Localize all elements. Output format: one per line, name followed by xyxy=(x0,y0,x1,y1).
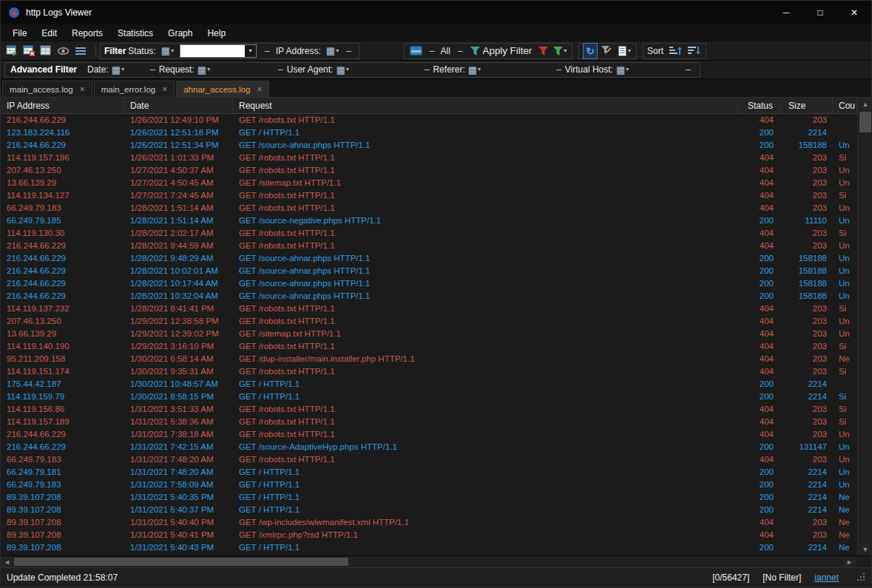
menu-reports[interactable]: Reports xyxy=(64,26,110,41)
column-header-country[interactable]: Cou xyxy=(833,98,857,113)
date-grid-picker-icon[interactable]: ▦▾ xyxy=(110,62,126,77)
status-filter-input[interactable] xyxy=(180,45,245,57)
table-row[interactable]: 216.244.66.2291/26/2021 12:51:34 PMGET /… xyxy=(1,139,857,152)
tab-ahnar_access.log[interactable]: ahnar_access.log× xyxy=(176,81,269,97)
table-row[interactable]: 66.249.79.1831/31/2021 7:58:09 AMGET / H… xyxy=(1,479,857,491)
table-row[interactable]: 114.119.157.1891/31/2021 5:38:36 AMGET /… xyxy=(1,416,857,428)
maximize-button[interactable]: □ xyxy=(803,1,837,24)
saved-filter-funnel-icon[interactable]: ▾ xyxy=(552,44,568,58)
cell-ip: 216.244.66.229 xyxy=(1,252,124,265)
table-row[interactable]: 66.249.79.1811/31/2021 7:48:20 AMGET / H… xyxy=(1,466,857,479)
cell-status: 200 xyxy=(738,214,780,227)
request-grid-picker-icon[interactable]: ▦▾ xyxy=(196,62,212,77)
table-row[interactable]: 114.119.137.2321/28/2021 8:41:41 PMGET /… xyxy=(1,303,857,315)
cell-request: GET /robots.txt HTTP/1.1 xyxy=(233,240,738,252)
table-row[interactable]: 207.46.13.2501/29/2021 12:38:58 PMGET /r… xyxy=(1,315,857,328)
clear-filter-funnel-icon[interactable] xyxy=(537,44,550,58)
saved-filters-document-icon[interactable]: ▾ xyxy=(616,44,632,58)
table-row[interactable]: 123.183.224.1161/26/2021 12:51:18 PMGET … xyxy=(1,126,857,139)
column-header-status[interactable]: Status xyxy=(738,98,780,113)
apply-filter-button[interactable]: Apply Filter xyxy=(469,44,535,58)
table-row[interactable]: 216.244.66.2291/31/2021 7:38:18 AMGET /r… xyxy=(1,428,857,441)
list-lines-icon[interactable] xyxy=(73,44,88,58)
table-row[interactable]: 114.119.157.1961/26/2021 1:01:33 PMGET /… xyxy=(1,152,857,164)
table-row[interactable]: 207.46.13.2501/27/2021 4:50:37 AMGET /ro… xyxy=(1,164,857,177)
sort-descending-icon[interactable] xyxy=(686,44,702,58)
user-agent-grid-picker-icon[interactable]: ▦▾ xyxy=(334,62,350,77)
table-row[interactable]: 114.119.130.301/28/2021 2:02:17 AMGET /r… xyxy=(1,227,857,240)
horizontal-scrollbar-track[interactable] xyxy=(13,556,843,567)
table-row[interactable]: 175.44.42.1871/30/2021 10:48:57 AMGET / … xyxy=(1,378,857,391)
combobox-dropdown-icon[interactable]: ▾ xyxy=(245,45,256,57)
cell-status: 404 xyxy=(738,328,780,340)
cell-country: Un xyxy=(833,202,857,214)
status-grid-picker-icon[interactable]: ▦▾ xyxy=(160,44,175,58)
vertical-scrollbar[interactable]: ▲ ▼ xyxy=(857,98,872,555)
column-header-ip-address[interactable]: IP Address xyxy=(1,98,124,113)
tab-close-icon[interactable]: × xyxy=(80,85,85,94)
table-row[interactable]: 89.39.107.2081/31/2021 5:40:37 PMGET / H… xyxy=(1,504,857,516)
table-row[interactable]: 114.119.140.1901/29/2021 3:16:10 PMGET /… xyxy=(1,340,857,353)
tab-close-icon[interactable]: × xyxy=(257,85,262,94)
virtual-host-grid-picker-icon[interactable]: ▦▾ xyxy=(615,62,630,77)
tab-main_error.log[interactable]: main_error.log× xyxy=(94,81,175,97)
refresh-icon[interactable]: ↻ xyxy=(583,43,598,59)
horizontal-scrollbar[interactable]: ◄ ► xyxy=(1,555,871,567)
scroll-right-icon[interactable]: ► xyxy=(843,556,856,567)
column-header-date[interactable]: Date xyxy=(124,98,233,113)
table-row[interactable]: 216.244.66.2291/26/2021 12:49:10 PMGET /… xyxy=(1,114,857,126)
resize-grip[interactable] xyxy=(855,571,865,584)
scroll-up-icon[interactable]: ▲ xyxy=(858,98,872,110)
table-row[interactable]: 95.211.209.1581/30/2021 6:58:14 AMGET /d… xyxy=(1,353,857,365)
table-row[interactable]: 114.119.134.1271/27/2021 7:24:45 AMGET /… xyxy=(1,189,857,202)
table-row[interactable]: 89.39.107.2081/31/2021 5:40:43 PMGET / H… xyxy=(1,541,857,554)
close-button[interactable]: ✕ xyxy=(837,1,871,24)
cell-size: 203 xyxy=(780,189,833,202)
referer-grid-picker-icon[interactable]: ▦▾ xyxy=(467,62,482,77)
menu-graph[interactable]: Graph xyxy=(160,26,200,41)
menu-statistics[interactable]: Statistics xyxy=(110,26,160,41)
table-row[interactable]: 216.244.66.2291/28/2021 10:32:04 AMGET /… xyxy=(1,290,857,303)
table-row[interactable]: 216.244.66.2291/28/2021 10:02:01 AMGET /… xyxy=(1,265,857,277)
menu-help[interactable]: Help xyxy=(200,26,233,41)
table-row[interactable]: 216.244.66.2291/31/2021 7:42:15 AMGET /s… xyxy=(1,441,857,453)
column-header-size[interactable]: Size xyxy=(780,98,833,113)
minimize-button[interactable]: ─ xyxy=(769,1,803,24)
table-row[interactable]: 216.244.66.2291/28/2021 10:17:44 AMGET /… xyxy=(1,277,857,290)
table-row[interactable]: 89.39.107.2081/31/2021 5:40:35 PMGET / H… xyxy=(1,491,857,504)
horizontal-scrollbar-thumb[interactable] xyxy=(14,558,348,566)
cell-status: 200 xyxy=(738,491,780,504)
table-row[interactable]: 66.249.79.1831/31/2021 7:48:20 AMGET /ro… xyxy=(1,453,857,466)
table-row[interactable]: 89.39.107.2081/31/2021 5:40:40 PMGET /wp… xyxy=(1,516,857,529)
vertical-scrollbar-track[interactable] xyxy=(858,110,872,543)
table-row[interactable]: 114.119.159.791/30/2021 8:58:15 PMGET / … xyxy=(1,391,857,403)
menu-edit[interactable]: Edit xyxy=(34,26,64,41)
open-log-icon[interactable] xyxy=(4,44,19,58)
cell-country: Si xyxy=(833,391,857,403)
scroll-down-icon[interactable]: ▼ xyxy=(858,543,872,555)
column-header-request[interactable]: Request xyxy=(233,98,738,113)
export-log-icon[interactable] xyxy=(38,44,53,58)
table-row[interactable]: 89.39.107.2081/31/2021 5:40:41 PMGET /xm… xyxy=(1,529,857,541)
table-row[interactable]: 66.249.79.1831/28/2021 1:51:14 AMGET /ro… xyxy=(1,202,857,214)
tab-main_access.log[interactable]: main_access.log× xyxy=(2,81,92,97)
table-row[interactable]: 114.119.156.861/31/2021 3:51:33 AMGET /r… xyxy=(1,403,857,416)
table-row[interactable]: 216.244.66.2291/28/2021 9:44:59 AMGET /r… xyxy=(1,240,857,252)
sort-ascending-icon[interactable] xyxy=(667,44,683,58)
www-icon[interactable]: www xyxy=(408,44,424,58)
open-remote-log-icon[interactable] xyxy=(21,44,36,58)
edit-filter-icon[interactable] xyxy=(600,44,614,58)
preview-eye-icon[interactable] xyxy=(55,44,71,58)
table-row[interactable]: 216.244.66.2291/28/2021 9:48:29 AMGET /s… xyxy=(1,252,857,265)
tab-close-icon[interactable]: × xyxy=(162,85,167,94)
table-row[interactable]: 66.249.79.1851/28/2021 1:51:14 AMGET /so… xyxy=(1,214,857,227)
scroll-left-icon[interactable]: ◄ xyxy=(1,556,13,567)
menu-file[interactable]: File xyxy=(5,26,34,41)
table-row[interactable]: 13.66.139.291/29/2021 12:39:02 PMGET /si… xyxy=(1,328,857,340)
cell-size: 203 xyxy=(780,428,833,441)
vertical-scrollbar-thumb[interactable] xyxy=(859,112,871,132)
table-row[interactable]: 114.119.151.1741/30/2021 9:35:31 AMGET /… xyxy=(1,365,857,378)
table-row[interactable]: 13.66.139.291/27/2021 4:50:45 AMGET /sit… xyxy=(1,177,857,189)
iannet-link[interactable]: iannet xyxy=(814,572,839,583)
ip-grid-picker-icon[interactable]: ▦▾ xyxy=(325,44,340,58)
